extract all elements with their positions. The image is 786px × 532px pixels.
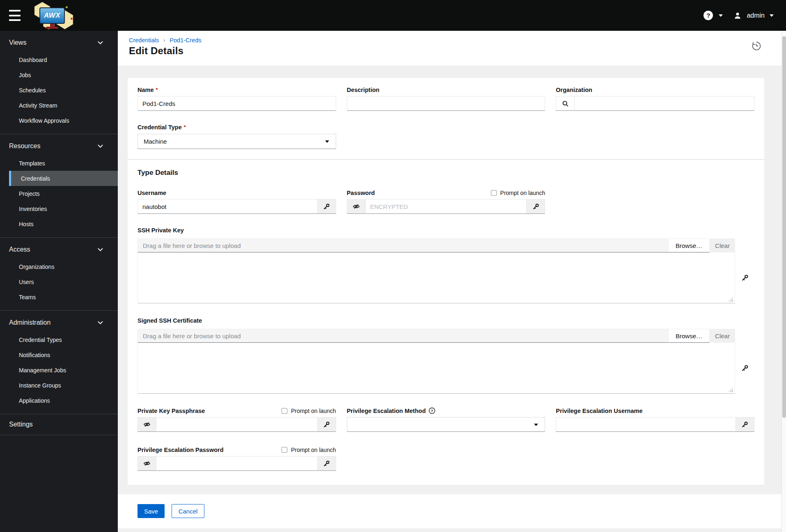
help-menu-button[interactable]: ? xyxy=(704,11,723,20)
sidebar-item-notifications[interactable]: Notifications xyxy=(0,347,118,362)
ssh-private-key-clear-button[interactable]: Clear xyxy=(710,238,735,252)
logo-monitor-base xyxy=(46,27,58,29)
password-input[interactable] xyxy=(365,199,527,214)
passphrase-credential-lookup-button[interactable] xyxy=(317,417,336,432)
breadcrumb-link-pod1-creds[interactable]: Pod1-Creds xyxy=(170,37,201,44)
password-prompt-on-launch[interactable]: Prompt on launch xyxy=(491,190,545,196)
page-scrollbar xyxy=(781,31,786,532)
organization-input[interactable] xyxy=(574,96,754,111)
credential-type-select[interactable]: Machine xyxy=(137,134,336,149)
sidebar-item-dashboard[interactable]: Dashboard xyxy=(0,52,118,67)
sidebar-item-inventories[interactable]: Inventories xyxy=(0,201,118,216)
sidebar-item-teams[interactable]: Teams xyxy=(0,289,118,305)
ssh-private-key-label: SSH Private Key xyxy=(137,227,184,234)
ssh-private-key-browse-button[interactable]: Browse… xyxy=(668,238,710,252)
sidebar-section-administration[interactable]: Administration xyxy=(0,313,118,332)
privilege-escalation-password-input[interactable] xyxy=(156,456,318,471)
key-icon xyxy=(323,421,330,428)
section-label: Views xyxy=(9,39,26,46)
prompt-on-launch-checkbox[interactable] xyxy=(491,190,497,196)
chevron-down-icon xyxy=(719,14,723,17)
sidebar-item-credentials[interactable]: Credentials xyxy=(9,171,118,186)
section-label: Resources xyxy=(9,142,40,150)
private-key-passphrase-label: Private Key Passphrase xyxy=(137,408,205,414)
privilege-escalation-username-label: Privilege Escalation Username xyxy=(556,408,642,414)
save-button[interactable]: Save xyxy=(137,504,165,518)
ssh-private-key-credential-lookup-button[interactable] xyxy=(735,252,754,303)
breadcrumb: Credentials › Pod1-Creds xyxy=(129,37,781,44)
eye-slash-icon xyxy=(143,460,151,467)
sidebar-item-templates[interactable]: Templates xyxy=(0,156,118,171)
sidebar-section-resources[interactable]: Resources xyxy=(0,137,118,156)
password-credential-lookup-button[interactable] xyxy=(526,199,545,214)
nav-toggle-button[interactable] xyxy=(9,10,21,21)
awx-logo[interactable]: AWX xyxy=(30,1,75,30)
logo-dot xyxy=(71,18,73,20)
form-action-bar: Save Cancel xyxy=(118,494,781,528)
history-icon xyxy=(751,41,762,51)
scrollbar-thumb[interactable] xyxy=(782,36,786,418)
logo-text: AWX xyxy=(44,11,60,20)
sidebar-section-views[interactable]: Views xyxy=(0,33,118,52)
section-label: Access xyxy=(9,246,30,253)
password-label: Password xyxy=(347,190,375,196)
logo-monitor: AWX xyxy=(39,7,65,24)
activity-history-button[interactable] xyxy=(751,41,762,51)
sidebar-item-users[interactable]: Users xyxy=(0,274,118,289)
help-icon: ? xyxy=(704,11,713,20)
sidebar-item-organizations[interactable]: Organizations xyxy=(0,259,118,274)
signed-ssh-certificate-browse-button[interactable]: Browse… xyxy=(668,329,710,343)
prompt-on-launch-label: Prompt on launch xyxy=(291,408,336,414)
breadcrumb-link-credentials[interactable]: Credentials xyxy=(129,37,159,44)
sidebar-item-schedules[interactable]: Schedules xyxy=(0,83,118,98)
required-asterisk: * xyxy=(156,87,158,93)
prompt-on-launch-checkbox[interactable] xyxy=(282,408,287,414)
username-credential-lookup-button[interactable] xyxy=(317,199,336,214)
privilege-escalation-username-input[interactable] xyxy=(556,417,736,432)
sidebar-item-projects[interactable]: Projects xyxy=(0,186,118,201)
prompt-on-launch-checkbox[interactable] xyxy=(282,447,287,453)
cancel-button[interactable]: Cancel xyxy=(172,504,204,518)
privilege-escalation-method-select[interactable] xyxy=(347,417,545,432)
sidebar-item-management-jobs[interactable]: Management Jobs xyxy=(0,362,118,378)
signed-ssh-certificate-drop-input[interactable] xyxy=(137,329,669,343)
description-input[interactable] xyxy=(347,96,545,111)
name-input[interactable] xyxy=(137,96,336,111)
priv-esc-password-show-hide-button[interactable] xyxy=(137,456,156,471)
main-content: Credentials › Pod1-Creds Edit Details Na… xyxy=(118,31,781,532)
user-icon xyxy=(733,11,742,20)
ssh-private-key-textarea[interactable] xyxy=(137,252,735,303)
help-popover-button[interactable]: ? xyxy=(429,407,435,414)
priv-esc-password-prompt-on-launch[interactable]: Prompt on launch xyxy=(282,447,336,453)
signed-ssh-certificate-credential-lookup-button[interactable] xyxy=(735,343,754,394)
signed-ssh-certificate-textarea[interactable] xyxy=(137,343,735,394)
passphrase-show-hide-button[interactable] xyxy=(137,417,156,432)
sidebar-item-instance-groups[interactable]: Instance Groups xyxy=(0,378,118,393)
password-show-hide-button[interactable] xyxy=(347,199,366,214)
privilege-escalation-password-label: Privilege Escalation Password xyxy=(137,447,224,453)
ssh-private-key-drop-input[interactable] xyxy=(137,238,669,252)
priv-esc-username-credential-lookup-button[interactable] xyxy=(736,417,754,432)
private-key-passphrase-input[interactable] xyxy=(156,417,318,432)
credential-type-value: Machine xyxy=(144,138,167,145)
passphrase-prompt-on-launch[interactable]: Prompt on launch xyxy=(282,408,336,414)
sidebar-item-settings[interactable]: Settings xyxy=(0,414,118,435)
credential-type-label: Credential Type* xyxy=(137,124,186,131)
sidebar-item-jobs[interactable]: Jobs xyxy=(0,67,118,83)
breadcrumb-separator: › xyxy=(163,37,165,43)
prompt-on-launch-label: Prompt on launch xyxy=(500,190,545,196)
user-menu-button[interactable]: admin xyxy=(733,11,774,20)
organization-search-button[interactable] xyxy=(556,96,575,111)
sidebar-item-applications[interactable]: Applications xyxy=(0,393,118,408)
sidebar-item-workflow-approvals[interactable]: Workflow Approvals xyxy=(0,113,118,128)
sidebar-item-activity-stream[interactable]: Activity Stream xyxy=(0,98,118,113)
username-input[interactable] xyxy=(137,199,318,214)
sidebar-item-hosts[interactable]: Hosts xyxy=(0,216,118,232)
prompt-on-launch-label: Prompt on launch xyxy=(291,447,336,453)
signed-ssh-certificate-clear-button[interactable]: Clear xyxy=(710,329,735,343)
sidebar-item-credential-types[interactable]: Credential Types xyxy=(0,332,118,347)
sidebar-section-access[interactable]: Access xyxy=(0,240,118,259)
type-details-heading: Type Details xyxy=(137,169,754,177)
key-icon xyxy=(323,203,330,210)
priv-esc-password-credential-lookup-button[interactable] xyxy=(317,456,336,471)
